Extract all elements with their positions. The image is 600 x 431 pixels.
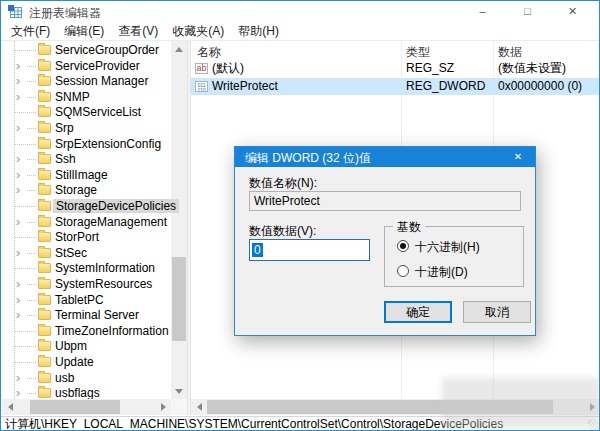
- tree-connector: [27, 128, 36, 129]
- tree-connector: [27, 393, 36, 394]
- menu-bar: 文件(F)编辑(E)查看(V)收藏夹(A)帮助(H): [1, 23, 599, 41]
- radio-hexadecimal[interactable]: 十六进制(H): [397, 239, 512, 255]
- value-row-默认[interactable]: ab(默认)REG_SZ(数值未设置): [191, 60, 600, 77]
- folder-icon: [38, 45, 51, 55]
- chevron-right-icon[interactable]: ›: [16, 307, 20, 322]
- menu-item-file[interactable]: 文件(F): [4, 23, 57, 40]
- menu-item-edit[interactable]: 编辑(E): [57, 23, 111, 40]
- scroll-left-arrow-icon[interactable]: [2, 399, 18, 415]
- chevron-right-icon[interactable]: ›: [16, 276, 20, 291]
- tree-item-tabletpc[interactable]: ›TabletPC: [2, 292, 187, 308]
- value-data-input[interactable]: 0: [249, 239, 370, 261]
- chevron-right-icon[interactable]: ›: [16, 89, 20, 104]
- chevron-right-icon[interactable]: ›: [16, 385, 20, 399]
- tree-item-storagemanagement[interactable]: ›StorageManagement: [2, 214, 187, 230]
- tree-connector: [15, 362, 36, 363]
- value-type: REG_DWORD: [406, 78, 485, 95]
- chevron-right-icon[interactable]: ›: [16, 292, 20, 307]
- maximize-button[interactable]: □: [505, 1, 550, 22]
- tree-item-storage[interactable]: ›Storage: [2, 182, 187, 198]
- radio-decimal[interactable]: 十进制(D): [397, 264, 512, 280]
- folder-icon: [38, 170, 51, 180]
- reg-sz-icon: ab: [195, 63, 208, 74]
- tree-horizontal-scrollbar[interactable]: [2, 399, 171, 415]
- folder-icon: [38, 263, 51, 273]
- tree-connector: [15, 268, 36, 269]
- tree-item-label: usb: [55, 371, 74, 385]
- chevron-right-icon[interactable]: ›: [16, 151, 20, 166]
- watermark-overlay: [442, 378, 600, 428]
- chevron-right-icon[interactable]: ›: [16, 58, 20, 73]
- dialog-close-icon[interactable]: ✕: [501, 147, 535, 167]
- chevron-right-icon[interactable]: ›: [16, 167, 20, 182]
- ok-button[interactable]: 确定: [384, 301, 452, 323]
- radio-button-icon: [397, 265, 409, 277]
- tree-item-storagedevicepolicies[interactable]: StorageDevicePolicies: [2, 198, 187, 214]
- tree-connector: [27, 253, 36, 254]
- tree-item-usb[interactable]: ›usb: [2, 370, 187, 386]
- radio-label: 十六进制(H): [415, 239, 480, 256]
- scroll-left-arrow-icon[interactable]: [191, 399, 207, 415]
- menu-item-help[interactable]: 帮助(H): [231, 23, 286, 40]
- tree-item-serviceprovider[interactable]: ›ServiceProvider: [2, 58, 187, 74]
- tree-item-update[interactable]: Update: [2, 354, 187, 370]
- tree-connector: [27, 315, 36, 316]
- folder-icon: [38, 217, 51, 227]
- menu-item-favorites[interactable]: 收藏夹(A): [165, 23, 231, 40]
- tree-item-label: usbflags: [55, 386, 100, 399]
- tree-item-label: Srp: [55, 121, 74, 135]
- reg-dword-icon: 011110: [195, 81, 208, 92]
- tree-item-session-manager[interactable]: ›Session Manager: [2, 73, 187, 89]
- tree-item-usbflags[interactable]: ›usbflags: [2, 385, 187, 399]
- chevron-right-icon[interactable]: ›: [16, 245, 20, 260]
- tree-connector: [27, 300, 36, 301]
- tree-item-stsec[interactable]: ›StSec: [2, 245, 187, 261]
- tree-item-ubpm[interactable]: Ubpm: [2, 338, 187, 354]
- chevron-right-icon[interactable]: ›: [16, 370, 20, 385]
- tree-item-label: Storage: [55, 183, 97, 197]
- chevron-right-icon[interactable]: ›: [16, 214, 20, 229]
- chevron-right-icon[interactable]: ›: [16, 73, 20, 88]
- tree-item-systeminformation[interactable]: SystemInformation: [2, 260, 187, 276]
- tree-item-systemresources[interactable]: ›SystemResources: [2, 276, 187, 292]
- chevron-right-icon[interactable]: ›: [16, 120, 20, 135]
- selected-input-text: 0: [252, 243, 263, 257]
- tree-item-label: SystemResources: [55, 277, 152, 291]
- tree-item-srpextensionconfig[interactable]: SrpExtensionConfig: [2, 136, 187, 152]
- horizontal-scroll-thumb[interactable]: [30, 400, 120, 414]
- tree-item-label: StorageDevicePolicies: [53, 199, 179, 213]
- tree-item-storport[interactable]: StorPort: [2, 229, 187, 245]
- scroll-right-arrow-icon[interactable]: [155, 399, 171, 415]
- column-header-name[interactable]: 名称: [197, 44, 221, 61]
- value-name: (默认): [212, 60, 244, 77]
- tree-item-snmp[interactable]: ›SNMP: [2, 89, 187, 105]
- tree-item-stillimage[interactable]: ›StillImage: [2, 167, 187, 183]
- tree-connector: [27, 222, 36, 223]
- folder-icon: [38, 201, 51, 211]
- menu-item-view[interactable]: 查看(V): [111, 23, 165, 40]
- value-data: 0x00000000 (0): [498, 78, 582, 95]
- tree-item-ssh[interactable]: ›Ssh: [2, 151, 187, 167]
- tree-item-label: Update: [55, 355, 94, 369]
- value-row-writeprotect[interactable]: 011110WriteProtectREG_DWORD0x00000000 (0…: [191, 78, 600, 95]
- column-header-data[interactable]: 数据: [498, 44, 522, 61]
- folder-icon: [38, 185, 51, 195]
- tree-item-label: StorageManagement: [55, 215, 167, 229]
- tree-connector: [27, 66, 36, 67]
- tree-item-label: ServiceGroupOrder: [55, 43, 159, 57]
- tree-item-srp[interactable]: ›Srp: [2, 120, 187, 136]
- tree-item-label: SrpExtensionConfig: [55, 137, 161, 151]
- cancel-button[interactable]: 取消: [463, 301, 531, 323]
- minimize-button[interactable]: –: [460, 1, 505, 22]
- tree-item-terminal-server[interactable]: ›Terminal Server: [2, 307, 187, 323]
- tree-item-servicegrouporder[interactable]: ServiceGroupOrder: [2, 42, 187, 58]
- chevron-right-icon[interactable]: ›: [16, 182, 20, 197]
- title-bar: 注册表编辑器 – □ ✕: [1, 1, 599, 23]
- close-button[interactable]: ✕: [550, 1, 595, 22]
- tree-item-timezoneinformation[interactable]: TimeZoneInformation: [2, 323, 187, 339]
- value-name-label: 数值名称(N):: [249, 175, 317, 192]
- column-header-type[interactable]: 类型: [406, 44, 430, 61]
- tree-item-label: Terminal Server: [55, 308, 139, 322]
- tree-item-sqmservicelist[interactable]: SQMServiceList: [2, 104, 187, 120]
- dialog-title: 编辑 DWORD (32 位)值: [245, 150, 371, 167]
